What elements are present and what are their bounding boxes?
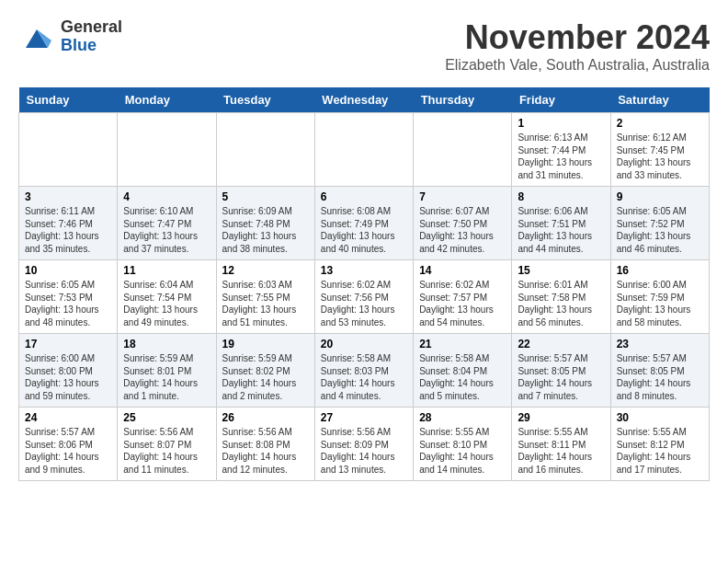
calendar-cell: 2Sunrise: 6:12 AMSunset: 7:45 PMDaylight… [610,113,709,187]
calendar-cell: 14Sunrise: 6:02 AMSunset: 7:57 PMDayligh… [414,260,512,334]
title-section: November 2024 Elizabeth Vale, South Aust… [445,18,710,74]
day-number: 7 [419,190,506,203]
calendar-cell: 23Sunrise: 5:57 AMSunset: 8:05 PMDayligh… [610,334,709,408]
calendar-cell: 26Sunrise: 5:56 AMSunset: 8:08 PMDayligh… [216,408,314,481]
location-subtitle: Elizabeth Vale, South Australia, Austral… [445,57,710,74]
day-number: 9 [617,190,703,203]
day-info: Sunrise: 5:58 AMSunset: 8:04 PMDaylight:… [419,352,506,402]
calendar-cell: 1Sunrise: 6:13 AMSunset: 7:44 PMDaylight… [512,113,610,187]
weekday-header-row: SundayMondayTuesdayWednesdayThursdayFrid… [19,87,710,113]
calendar-body: 1Sunrise: 6:13 AMSunset: 7:44 PMDaylight… [19,113,710,481]
day-info: Sunrise: 5:55 AMSunset: 8:12 PMDaylight:… [617,426,703,476]
day-number: 15 [518,264,604,277]
logo-blue: Blue [61,37,122,55]
logo-icon [18,18,55,55]
day-info: Sunrise: 6:08 AMSunset: 7:49 PMDaylight:… [321,205,407,255]
day-number: 6 [321,190,407,203]
day-number: 16 [617,264,703,277]
calendar-cell: 3Sunrise: 6:11 AMSunset: 7:46 PMDaylight… [19,187,118,260]
day-number: 22 [518,338,604,350]
weekday-header-monday: Monday [118,87,216,113]
logo-text: General Blue [61,18,122,55]
day-info: Sunrise: 6:00 AMSunset: 7:59 PMDaylight:… [617,279,703,328]
calendar-cell: 13Sunrise: 6:02 AMSunset: 7:56 PMDayligh… [314,260,413,334]
calendar-cell: 9Sunrise: 6:05 AMSunset: 7:52 PMDaylight… [610,187,709,260]
day-number: 12 [222,264,309,277]
weekday-header-friday: Friday [512,87,610,113]
day-info: Sunrise: 5:57 AMSunset: 8:06 PMDaylight:… [25,426,111,476]
day-info: Sunrise: 6:02 AMSunset: 7:57 PMDaylight:… [419,279,506,328]
calendar-cell: 15Sunrise: 6:01 AMSunset: 7:58 PMDayligh… [512,260,610,334]
day-number: 29 [518,411,604,424]
calendar-week-3: 10Sunrise: 6:05 AMSunset: 7:53 PMDayligh… [19,260,710,334]
day-info: Sunrise: 6:00 AMSunset: 8:00 PMDaylight:… [25,352,111,402]
day-number: 1 [518,117,604,130]
day-number: 5 [222,190,309,203]
calendar-cell: 24Sunrise: 5:57 AMSunset: 8:06 PMDayligh… [19,408,118,481]
day-info: Sunrise: 6:02 AMSunset: 7:56 PMDaylight:… [321,279,407,328]
day-number: 18 [123,338,210,350]
calendar-cell: 22Sunrise: 5:57 AMSunset: 8:05 PMDayligh… [512,334,610,408]
day-info: Sunrise: 6:06 AMSunset: 7:51 PMDaylight:… [518,205,604,255]
day-info: Sunrise: 6:05 AMSunset: 7:52 PMDaylight:… [617,205,703,255]
day-number: 17 [25,338,111,350]
weekday-header-saturday: Saturday [610,87,709,113]
calendar-cell [414,113,512,187]
calendar-cell: 30Sunrise: 5:55 AMSunset: 8:12 PMDayligh… [610,408,709,481]
day-number: 13 [321,264,407,277]
day-info: Sunrise: 5:57 AMSunset: 8:05 PMDaylight:… [617,352,703,402]
day-info: Sunrise: 6:07 AMSunset: 7:50 PMDaylight:… [419,205,506,255]
calendar-cell: 29Sunrise: 5:55 AMSunset: 8:11 PMDayligh… [512,408,610,481]
calendar-cell [314,113,413,187]
logo-general: General [61,18,122,37]
calendar-week-4: 17Sunrise: 6:00 AMSunset: 8:00 PMDayligh… [19,334,710,408]
logo: General Blue [18,18,122,55]
day-number: 3 [25,190,111,203]
day-info: Sunrise: 6:03 AMSunset: 7:55 PMDaylight:… [222,279,309,328]
day-info: Sunrise: 6:09 AMSunset: 7:48 PMDaylight:… [222,205,309,255]
day-number: 20 [321,338,407,350]
calendar-cell: 25Sunrise: 5:56 AMSunset: 8:07 PMDayligh… [118,408,216,481]
calendar-cell: 4Sunrise: 6:10 AMSunset: 7:47 PMDaylight… [118,187,216,260]
day-info: Sunrise: 5:58 AMSunset: 8:03 PMDaylight:… [321,352,407,402]
day-number: 2 [617,117,703,130]
day-number: 28 [419,411,506,424]
day-number: 19 [222,338,309,350]
day-number: 8 [518,190,604,203]
day-info: Sunrise: 5:55 AMSunset: 8:11 PMDaylight:… [518,426,604,476]
calendar-cell: 21Sunrise: 5:58 AMSunset: 8:04 PMDayligh… [414,334,512,408]
calendar-cell: 17Sunrise: 6:00 AMSunset: 8:00 PMDayligh… [19,334,118,408]
calendar-cell: 5Sunrise: 6:09 AMSunset: 7:48 PMDaylight… [216,187,314,260]
day-number: 10 [25,264,111,277]
calendar-cell: 12Sunrise: 6:03 AMSunset: 7:55 PMDayligh… [216,260,314,334]
day-number: 25 [123,411,210,424]
day-info: Sunrise: 5:56 AMSunset: 8:07 PMDaylight:… [123,426,210,476]
day-info: Sunrise: 6:11 AMSunset: 7:46 PMDaylight:… [25,205,111,255]
weekday-header-thursday: Thursday [414,87,512,113]
header: General Blue November 2024 Elizabeth Val… [18,18,710,74]
weekday-header-sunday: Sunday [19,87,118,113]
day-number: 24 [25,411,111,424]
day-number: 30 [617,411,703,424]
day-info: Sunrise: 6:10 AMSunset: 7:47 PMDaylight:… [123,205,210,255]
day-number: 14 [419,264,506,277]
calendar-week-2: 3Sunrise: 6:11 AMSunset: 7:46 PMDaylight… [19,187,710,260]
day-number: 26 [222,411,309,424]
day-number: 21 [419,338,506,350]
calendar-cell [19,113,118,187]
calendar-cell: 18Sunrise: 5:59 AMSunset: 8:01 PMDayligh… [118,334,216,408]
day-info: Sunrise: 5:56 AMSunset: 8:09 PMDaylight:… [321,426,407,476]
day-info: Sunrise: 5:55 AMSunset: 8:10 PMDaylight:… [419,426,506,476]
weekday-header-wednesday: Wednesday [314,87,413,113]
calendar-week-5: 24Sunrise: 5:57 AMSunset: 8:06 PMDayligh… [19,408,710,481]
calendar-table: SundayMondayTuesdayWednesdayThursdayFrid… [18,87,710,481]
day-number: 4 [123,190,210,203]
calendar-header: SundayMondayTuesdayWednesdayThursdayFrid… [19,87,710,113]
day-info: Sunrise: 5:59 AMSunset: 8:02 PMDaylight:… [222,352,309,402]
day-number: 11 [123,264,210,277]
calendar-cell: 6Sunrise: 6:08 AMSunset: 7:49 PMDaylight… [314,187,413,260]
calendar-cell: 16Sunrise: 6:00 AMSunset: 7:59 PMDayligh… [610,260,709,334]
day-info: Sunrise: 5:57 AMSunset: 8:05 PMDaylight:… [518,352,604,402]
calendar-cell: 28Sunrise: 5:55 AMSunset: 8:10 PMDayligh… [414,408,512,481]
calendar-cell: 8Sunrise: 6:06 AMSunset: 7:51 PMDaylight… [512,187,610,260]
